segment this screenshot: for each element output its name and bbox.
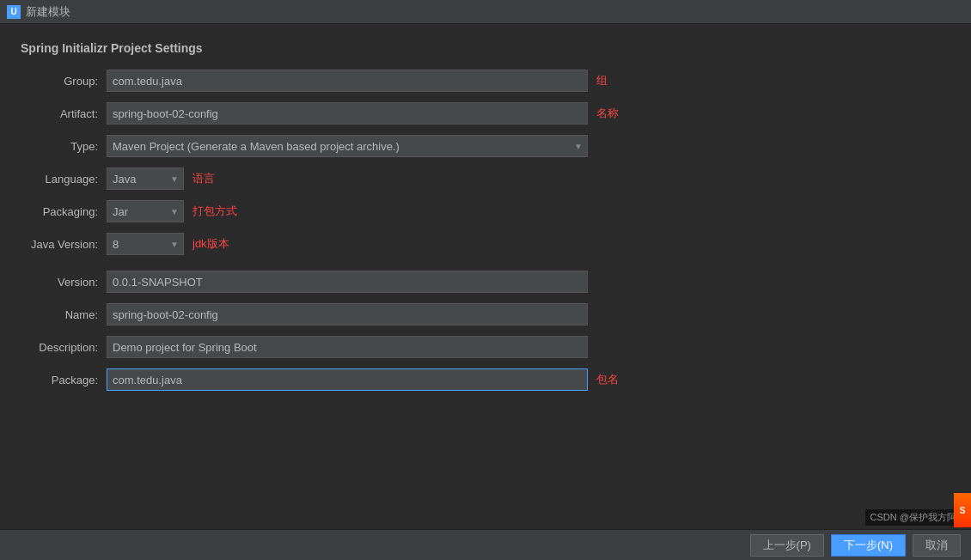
group-label: Group: xyxy=(21,75,107,88)
package-input[interactable] xyxy=(107,368,588,391)
next-button[interactable]: 下一步(N) xyxy=(831,534,906,557)
artifact-row: Artifact: 名称 xyxy=(21,101,950,125)
type-select[interactable]: Maven Project (Generate a Maven based pr… xyxy=(107,135,588,157)
group-input[interactable] xyxy=(107,70,588,92)
dialog-content: Spring Initializr Project Settings Group… xyxy=(0,24,971,417)
name-label: Name: xyxy=(21,308,107,321)
corner-icon: S xyxy=(954,493,971,527)
section-title: Spring Initializr Project Settings xyxy=(21,41,950,55)
java-version-annotation: jdk版本 xyxy=(192,236,229,252)
title-bar: U 新建模块 xyxy=(0,0,971,24)
language-label: Language: xyxy=(21,173,107,186)
package-annotation: 包名 xyxy=(596,372,619,387)
artifact-input[interactable] xyxy=(107,102,588,125)
language-select-wrap: Java ▼ xyxy=(107,167,184,190)
java-version-row: Java Version: 8 ▼ jdk版本 xyxy=(21,232,950,256)
version-label: Version: xyxy=(21,276,107,289)
language-select[interactable]: Java xyxy=(107,167,184,190)
packaging-select[interactable]: Jar xyxy=(107,200,184,222)
group-row: Group: 组 xyxy=(21,69,950,93)
description-row: Description: xyxy=(21,335,950,359)
version-input[interactable] xyxy=(107,271,588,293)
name-row: Name: xyxy=(21,302,950,326)
java-version-select-wrap: 8 ▼ xyxy=(107,233,184,255)
group-annotation: 组 xyxy=(596,73,608,88)
language-row: Language: Java ▼ 语言 xyxy=(21,167,950,191)
packaging-label: Packaging: xyxy=(21,205,107,218)
bottom-bar: 上一步(P) 下一步(N) 取消 xyxy=(0,529,971,560)
language-annotation: 语言 xyxy=(192,171,215,186)
version-row: Version: xyxy=(21,270,950,294)
artifact-annotation: 名称 xyxy=(596,106,619,121)
type-label: Type: xyxy=(21,140,107,153)
title-bar-text: 新建模块 xyxy=(26,4,70,20)
name-input[interactable] xyxy=(107,303,588,326)
packaging-select-wrap: Jar ▼ xyxy=(107,200,184,222)
package-row: Package: 包名 xyxy=(21,368,950,392)
type-select-wrap: Maven Project (Generate a Maven based pr… xyxy=(107,135,588,157)
prev-button[interactable]: 上一步(P) xyxy=(750,534,824,557)
cancel-button[interactable]: 取消 xyxy=(913,534,961,557)
app-icon: U xyxy=(7,5,21,19)
packaging-annotation: 打包方式 xyxy=(192,204,237,219)
artifact-label: Artifact: xyxy=(21,107,107,120)
java-version-select[interactable]: 8 xyxy=(107,233,184,255)
package-label: Package: xyxy=(21,374,107,387)
description-label: Description: xyxy=(21,341,107,354)
java-version-label: Java Version: xyxy=(21,238,107,251)
description-input[interactable] xyxy=(107,336,588,358)
packaging-row: Packaging: Jar ▼ 打包方式 xyxy=(21,199,950,223)
type-row: Type: Maven Project (Generate a Maven ba… xyxy=(21,134,950,158)
